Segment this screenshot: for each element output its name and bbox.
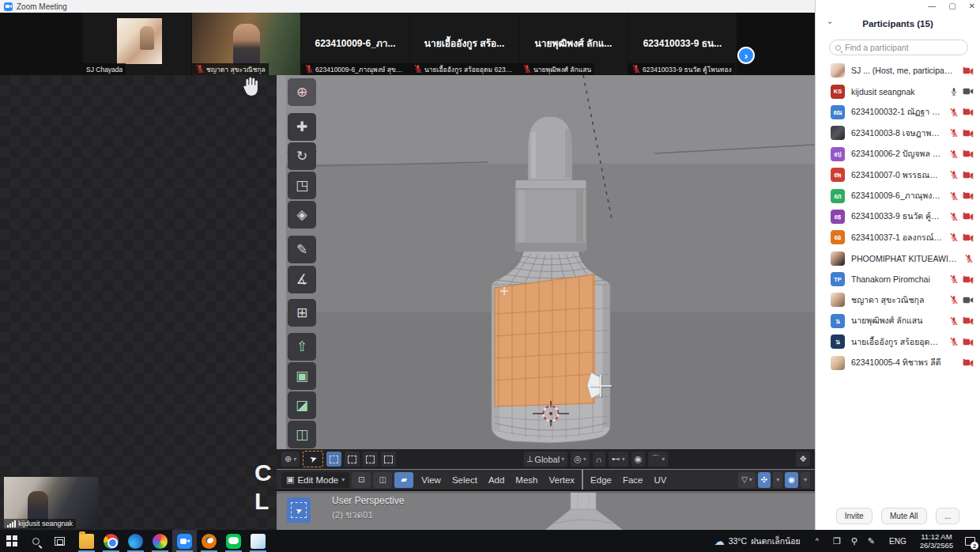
taskbar-search-button[interactable]: [24, 530, 47, 552]
scene-options-icon[interactable]: ❖: [796, 452, 810, 467]
participant-row[interactable]: SJ ... (Host, me, participant ID: 142733…: [816, 60, 980, 81]
bevel-tool-icon: ◪: [296, 397, 308, 414]
weather-widget[interactable]: ☁ 33°C ฝนตกเล็กน้อย: [707, 535, 808, 548]
snap-toggle-button[interactable]: ∩: [593, 452, 605, 467]
participant-row[interactable]: 6อ623410037-1 อลงกรณ์ ประดิษฐวงษ์: [816, 227, 980, 248]
participant-row[interactable]: 6ป623410006-2 ปัญจพล อ่อนโคตา: [816, 144, 980, 164]
measure-tool-button[interactable]: ∡: [288, 266, 316, 293]
add-cube-tool-button[interactable]: ⊞: [288, 299, 316, 327]
participant-row[interactable]: 6ภ623410009-6_ภาณุพงษ์ สุขส่ง (โอม): [816, 185, 980, 206]
mic-muted-icon: [522, 62, 532, 76]
invite-button[interactable]: Invite: [836, 508, 873, 524]
select-extend-button[interactable]: [345, 452, 360, 467]
face-select-button[interactable]: ▰: [394, 472, 413, 488]
gizmos-dropdown[interactable]: ▾: [773, 472, 782, 488]
video-thumbnail[interactable]: 623410009-6_ภา...623410009-6_ภาณุพงษ์ สุ…: [301, 13, 409, 75]
menu-select[interactable]: Select: [447, 473, 483, 487]
close-button[interactable]: ✕: [969, 2, 975, 11]
pivot-point-dropdown[interactable]: ◎▾: [571, 452, 590, 467]
select-subtract-button[interactable]: [363, 452, 378, 467]
notification-center-button[interactable]: 2: [959, 530, 980, 552]
bevel-tool-button[interactable]: ◪: [288, 391, 316, 419]
taskbar-app-file-explorer[interactable]: [74, 530, 99, 552]
taskbar-app-edge[interactable]: [123, 530, 148, 552]
transform-orientation-dropdown[interactable]: ⟂Global▾: [524, 452, 567, 467]
participant-row[interactable]: 623410005-4 ทิชาพร ลีดี: [816, 352, 980, 372]
active-tool-dropdown[interactable]: ⊕▾: [281, 452, 300, 467]
participant-row[interactable]: PHOOMIPHAT KITUEAWIRIYA: [816, 248, 980, 269]
extrude-region-tool-button[interactable]: ⇧: [288, 333, 316, 361]
menu-uv[interactable]: UV: [649, 473, 673, 487]
chevron-down-icon[interactable]: ⌄: [827, 17, 833, 25]
menu-vertex[interactable]: Vertex: [543, 473, 580, 487]
vertex-select-button[interactable]: ⊡: [352, 472, 371, 488]
mute-all-button[interactable]: Mute All: [881, 508, 927, 524]
rotate-tool-button[interactable]: ↻: [288, 142, 316, 170]
overlays-dropdown[interactable]: ▾: [801, 472, 810, 488]
annotate-tool-button[interactable]: ✎: [288, 236, 316, 263]
blender-3d-viewport-2[interactable]: ➤ User Perspective (2) ขวด01: [277, 491, 815, 530]
menu-face[interactable]: Face: [617, 473, 649, 487]
taskbar-app-photos[interactable]: [148, 530, 172, 552]
taskbar-app-blender[interactable]: [197, 530, 221, 552]
proportional-editing-toggle[interactable]: ◉: [631, 452, 646, 467]
menu-view[interactable]: View: [416, 473, 447, 487]
snap-settings-dropdown[interactable]: ⊷▾: [609, 452, 628, 467]
self-view-video[interactable]: kijdusit seangnak: [4, 477, 99, 528]
menu-add[interactable]: Add: [483, 473, 510, 487]
hidden-icons-button[interactable]: ^: [808, 537, 826, 545]
participant-name: kijdusit seangnak: [851, 87, 943, 96]
participant-row[interactable]: 6ธ623410033-9 ธนวัต คู้โพนทอง: [816, 206, 980, 227]
proportional-falloff-dropdown[interactable]: ⌒▾: [648, 452, 668, 467]
clock-widget[interactable]: 11:12 AM 26/3/2565: [914, 532, 959, 550]
participant-row[interactable]: นนายเอื้ออังกูร สร้อยอุดม 623410059-1: [816, 331, 980, 352]
gizmos-toggle[interactable]: ✣: [758, 472, 771, 488]
video-thumbnail[interactable]: SJ Chayada: [83, 13, 191, 75]
move-tool-button[interactable]: ✚: [288, 113, 316, 141]
language-indicator[interactable]: ENG: [882, 537, 914, 546]
search-input[interactable]: [845, 43, 962, 52]
video-thumbnail[interactable]: นายพุฒิพงศ์ ลักแ...นายพุฒิพงศ์ ลักแสน: [519, 13, 628, 75]
tweak-tool-button[interactable]: ➤: [303, 451, 323, 467]
participant-row[interactable]: นนายพุฒิพงศ์ ลักแสน: [816, 311, 980, 331]
start-button[interactable]: [0, 530, 24, 552]
transform-tool-button[interactable]: ◈: [288, 201, 316, 229]
taskbar-app-zoom[interactable]: [172, 530, 197, 552]
taskbar-app-paint3d[interactable]: [246, 530, 270, 552]
tray-mic-icon[interactable]: ⚲: [851, 536, 858, 546]
active-tool-corner-button[interactable]: ➤: [287, 497, 311, 523]
loop-cut-tool-button[interactable]: ◫: [288, 421, 316, 448]
maximize-button[interactable]: ▢: [948, 2, 956, 11]
menu-edge[interactable]: Edge: [585, 473, 617, 487]
mode-dropdown[interactable]: ▣ Edit Mode ▾: [281, 472, 349, 488]
taskbar-app-line[interactable]: [221, 530, 246, 552]
participant-row[interactable]: KSkijdusit seangnak: [816, 81, 980, 101]
participant-row[interactable]: 6พ623410007-0 พรรธณนิกา ผลเจริญ: [816, 164, 980, 185]
tray-window-icon[interactable]: ❐: [833, 536, 841, 546]
inset-faces-tool-button[interactable]: ▣: [288, 362, 316, 390]
participant-row[interactable]: 623410003-8 เจษฎาพร แสงสีงาม: [816, 123, 980, 143]
taskbar-app-chrome[interactable]: [99, 530, 123, 552]
minimize-button[interactable]: —: [928, 2, 936, 11]
video-thumbnail[interactable]: ชญาดา สุขะวณิชกุล: [192, 13, 300, 75]
video-thumbnail[interactable]: นายเอื้ออังกูร สร้อ...นายเอื้ออังกูร สร้…: [410, 13, 518, 75]
task-view-button[interactable]: [47, 530, 71, 552]
participant-row[interactable]: ชญาดา สุขะวณิชกุล: [816, 289, 980, 310]
next-page-button[interactable]: ›: [737, 47, 755, 64]
video-thumbnail[interactable]: 623410033-9 ธน...623410033-9 ธนวัต คู้โพ…: [628, 13, 737, 75]
select-new-button[interactable]: [326, 452, 341, 467]
menu-mesh[interactable]: Mesh: [510, 473, 543, 487]
participant-search[interactable]: [829, 40, 968, 55]
select-intersect-button[interactable]: [381, 452, 396, 467]
overlays-toggle[interactable]: ◉: [785, 472, 798, 488]
blender-3d-viewport[interactable]: ⊕✚↻◳◈✎∡⊞⇧▣◪◫: [277, 75, 815, 449]
participant-name: Thanakorn Piromchai: [851, 274, 943, 284]
edge-select-button[interactable]: ◫: [373, 472, 392, 488]
cursor-tool-button[interactable]: ⊕: [288, 78, 316, 106]
filter-dropdown[interactable]: ▽▾: [738, 472, 756, 488]
tray-pen-icon[interactable]: ✎: [868, 536, 875, 546]
scale-tool-button[interactable]: ◳: [288, 172, 316, 199]
participant-row[interactable]: TPThanakorn Piromchai: [816, 269, 980, 289]
participant-row[interactable]: 6ณ6234100032-1 ณัฏฐา ซ้อนศรี: [816, 102, 980, 123]
more-options-button[interactable]: ...: [936, 508, 959, 524]
